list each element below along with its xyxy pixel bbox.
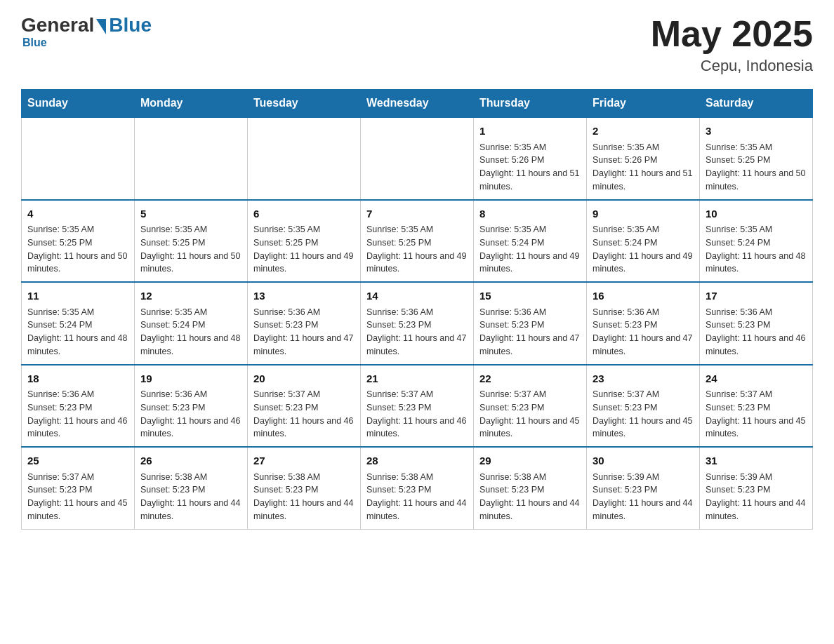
sunrise-text: Sunrise: 5:35 AM: [479, 142, 546, 152]
daylight-text: Daylight: 11 hours and 49 minutes.: [593, 251, 692, 274]
daylight-text: Daylight: 11 hours and 46 minutes.: [140, 416, 240, 439]
daylight-text: Daylight: 11 hours and 44 minutes.: [593, 498, 692, 521]
day-of-week-header: Thursday: [474, 90, 587, 118]
sunrise-text: Sunrise: 5:35 AM: [366, 224, 433, 234]
calendar-cell: 6Sunrise: 5:35 AMSunset: 5:25 PMDaylight…: [248, 200, 361, 283]
day-number: 21: [366, 371, 468, 387]
sunrise-text: Sunrise: 5:36 AM: [593, 307, 659, 317]
sunset-text: Sunset: 5:23 PM: [593, 320, 657, 330]
day-number: 19: [140, 371, 241, 387]
day-number: 15: [479, 288, 581, 304]
daylight-text: Daylight: 11 hours and 49 minutes.: [479, 251, 579, 274]
day-number: 10: [706, 206, 807, 222]
sunrise-text: Sunrise: 5:39 AM: [706, 472, 772, 482]
day-number: 16: [593, 288, 694, 304]
day-number: 5: [140, 206, 241, 222]
day-of-week-header: Friday: [587, 90, 700, 118]
sunset-text: Sunset: 5:25 PM: [140, 238, 205, 248]
calendar-cell: 17Sunrise: 5:36 AMSunset: 5:23 PMDayligh…: [700, 282, 813, 365]
daylight-text: Daylight: 11 hours and 45 minutes.: [27, 498, 127, 521]
sunrise-text: Sunrise: 5:38 AM: [479, 472, 546, 482]
calendar-cell: 7Sunrise: 5:35 AMSunset: 5:25 PMDaylight…: [361, 200, 474, 283]
sunset-text: Sunset: 5:23 PM: [253, 485, 318, 495]
calendar-cell: [361, 117, 474, 200]
calendar-cell: 23Sunrise: 5:37 AMSunset: 5:23 PMDayligh…: [587, 365, 700, 448]
sunset-text: Sunset: 5:25 PM: [253, 238, 318, 248]
day-number: 27: [253, 453, 355, 469]
sunset-text: Sunset: 5:23 PM: [253, 403, 318, 412]
calendar-cell: 12Sunrise: 5:35 AMSunset: 5:24 PMDayligh…: [135, 282, 248, 365]
calendar-header-row: SundayMondayTuesdayWednesdayThursdayFrid…: [22, 90, 813, 118]
day-of-week-header: Sunday: [22, 90, 135, 118]
page-header: General Blue Blue May 2025 Cepu, Indones…: [21, 14, 813, 75]
sunset-text: Sunset: 5:23 PM: [253, 320, 318, 330]
location-subtitle: Cepu, Indonesia: [651, 57, 813, 75]
daylight-text: Daylight: 11 hours and 46 minutes.: [27, 416, 127, 439]
calendar-cell: 31Sunrise: 5:39 AMSunset: 5:23 PMDayligh…: [700, 447, 813, 529]
sunset-text: Sunset: 5:23 PM: [27, 403, 92, 412]
calendar-cell: 25Sunrise: 5:37 AMSunset: 5:23 PMDayligh…: [22, 447, 135, 529]
day-number: 4: [27, 206, 128, 222]
calendar-cell: 29Sunrise: 5:38 AMSunset: 5:23 PMDayligh…: [474, 447, 587, 529]
day-number: 6: [253, 206, 355, 222]
daylight-text: Daylight: 11 hours and 44 minutes.: [140, 498, 240, 521]
day-number: 13: [253, 288, 355, 304]
daylight-text: Daylight: 11 hours and 44 minutes.: [706, 498, 805, 521]
daylight-text: Daylight: 11 hours and 49 minutes.: [253, 251, 353, 274]
sunrise-text: Sunrise: 5:37 AM: [27, 472, 94, 482]
calendar-week-row: 4Sunrise: 5:35 AMSunset: 5:25 PMDaylight…: [22, 200, 813, 283]
daylight-text: Daylight: 11 hours and 46 minutes.: [706, 333, 805, 356]
sunset-text: Sunset: 5:23 PM: [706, 320, 770, 330]
sunset-text: Sunset: 5:23 PM: [479, 403, 544, 412]
sunrise-text: Sunrise: 5:36 AM: [27, 389, 94, 399]
sunrise-text: Sunrise: 5:35 AM: [593, 142, 659, 152]
calendar-cell: 26Sunrise: 5:38 AMSunset: 5:23 PMDayligh…: [135, 447, 248, 529]
day-number: 31: [706, 453, 807, 469]
calendar-week-row: 1Sunrise: 5:35 AMSunset: 5:26 PMDaylight…: [22, 117, 813, 200]
daylight-text: Daylight: 11 hours and 44 minutes.: [479, 498, 579, 521]
sunrise-text: Sunrise: 5:35 AM: [593, 224, 659, 234]
sunrise-text: Sunrise: 5:36 AM: [140, 389, 207, 399]
day-number: 28: [366, 453, 468, 469]
sunrise-text: Sunrise: 5:38 AM: [140, 472, 207, 482]
logo-blue-text: Blue: [109, 14, 152, 36]
sunset-text: Sunset: 5:24 PM: [706, 238, 770, 248]
sunrise-text: Sunrise: 5:38 AM: [253, 472, 320, 482]
daylight-text: Daylight: 11 hours and 47 minutes.: [479, 333, 579, 356]
sunset-text: Sunset: 5:23 PM: [27, 485, 92, 495]
logo-triangle-icon: [96, 19, 106, 34]
sunrise-text: Sunrise: 5:36 AM: [706, 307, 772, 317]
calendar-week-row: 25Sunrise: 5:37 AMSunset: 5:23 PMDayligh…: [22, 447, 813, 529]
sunrise-text: Sunrise: 5:36 AM: [479, 307, 546, 317]
logo-general-text: General: [21, 14, 94, 36]
day-number: 7: [366, 206, 468, 222]
sunset-text: Sunset: 5:26 PM: [479, 155, 544, 165]
day-number: 1: [479, 123, 581, 140]
month-year-title: May 2025: [651, 14, 813, 54]
sunrise-text: Sunrise: 5:37 AM: [706, 389, 772, 399]
sunset-text: Sunset: 5:23 PM: [593, 403, 657, 412]
daylight-text: Daylight: 11 hours and 48 minutes.: [706, 251, 805, 274]
sunset-text: Sunset: 5:25 PM: [27, 238, 92, 248]
day-number: 18: [27, 371, 128, 387]
calendar-cell: 3Sunrise: 5:35 AMSunset: 5:25 PMDaylight…: [700, 117, 813, 200]
calendar-cell: 11Sunrise: 5:35 AMSunset: 5:24 PMDayligh…: [22, 282, 135, 365]
sunset-text: Sunset: 5:23 PM: [706, 403, 770, 412]
daylight-text: Daylight: 11 hours and 45 minutes.: [479, 416, 579, 439]
sunrise-text: Sunrise: 5:36 AM: [366, 307, 433, 317]
sunset-text: Sunset: 5:24 PM: [479, 238, 544, 248]
daylight-text: Daylight: 11 hours and 44 minutes.: [253, 498, 353, 521]
calendar-cell: 13Sunrise: 5:36 AMSunset: 5:23 PMDayligh…: [248, 282, 361, 365]
day-number: 14: [366, 288, 468, 304]
sunrise-text: Sunrise: 5:35 AM: [479, 224, 546, 234]
daylight-text: Daylight: 11 hours and 47 minutes.: [253, 333, 353, 356]
sunrise-text: Sunrise: 5:35 AM: [253, 224, 320, 234]
sunrise-text: Sunrise: 5:37 AM: [253, 389, 320, 399]
sunset-text: Sunset: 5:23 PM: [706, 485, 770, 495]
sunset-text: Sunset: 5:25 PM: [366, 238, 431, 248]
daylight-text: Daylight: 11 hours and 51 minutes.: [593, 168, 692, 192]
calendar-cell: 30Sunrise: 5:39 AMSunset: 5:23 PMDayligh…: [587, 447, 700, 529]
day-number: 3: [706, 123, 807, 140]
calendar-cell: 24Sunrise: 5:37 AMSunset: 5:23 PMDayligh…: [700, 365, 813, 448]
calendar-cell: 10Sunrise: 5:35 AMSunset: 5:24 PMDayligh…: [700, 200, 813, 283]
